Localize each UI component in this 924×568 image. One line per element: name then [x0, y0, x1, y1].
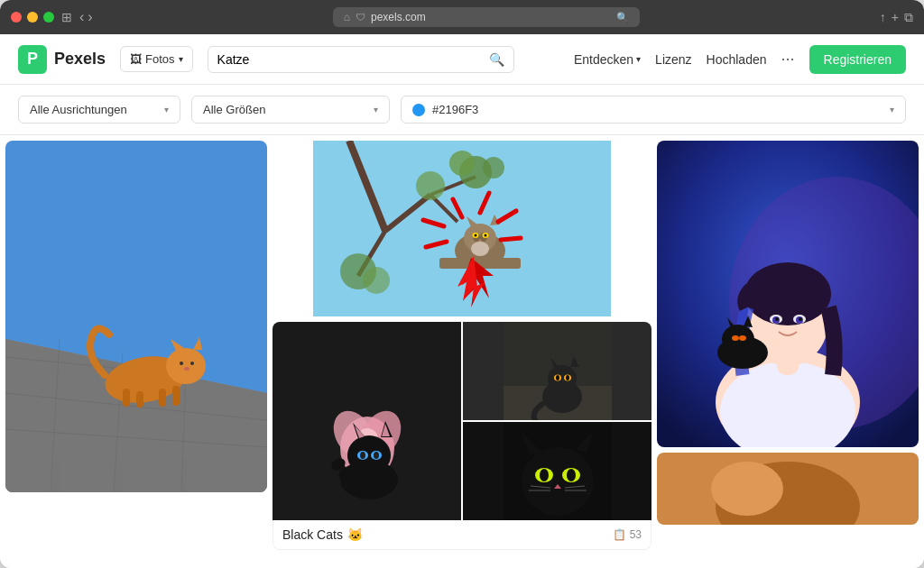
black-cats-collection[interactable]: Black Cats 🐱 📋 53	[273, 322, 651, 550]
svg-point-41	[475, 234, 477, 237]
column-1	[5, 141, 267, 563]
address-text: pexels.com	[371, 11, 611, 23]
svg-point-115	[711, 462, 783, 516]
minimize-button[interactable]	[27, 12, 38, 23]
svg-point-29	[416, 171, 445, 200]
svg-point-42	[485, 234, 487, 237]
size-label: Alle Größen	[203, 103, 265, 116]
nav-arrows: ⊞	[61, 10, 72, 24]
color-swatch	[412, 104, 425, 116]
svg-point-74	[548, 365, 577, 392]
browser-window: ⊞ ‹ › ⌂ 🛡 pexels.com 🔍 ↑ + ⧉ P Pexels 🖼	[0, 0, 924, 568]
nav-upload[interactable]: Hochladen	[707, 52, 767, 67]
svg-point-31	[363, 267, 390, 294]
navbar: P Pexels 🖼 Fotos ▾ 🔍 Entdecken ▾ Lizenz …	[0, 34, 924, 85]
collection-cell-main	[273, 322, 461, 520]
window-icon: ⊞	[61, 10, 72, 24]
svg-point-15	[184, 367, 189, 371]
collection-name: Black Cats	[282, 527, 343, 542]
photos-chevron: ▾	[179, 54, 183, 64]
photos-dropdown[interactable]: 🖼 Fotos ▾	[120, 46, 193, 72]
nav-right: Entdecken ▾ Lizenz Hochladen ··· Registr…	[574, 45, 906, 74]
nav-discover[interactable]: Entdecken ▾	[574, 52, 641, 67]
photo-blue-woman[interactable]	[657, 141, 919, 447]
orientation-label: Alle Ausrichtungen	[30, 103, 127, 116]
svg-point-44	[471, 242, 489, 256]
svg-point-87	[540, 469, 549, 481]
tabs-icon[interactable]: ⧉	[904, 10, 913, 25]
svg-point-80	[566, 375, 569, 380]
titlebar: ⊞ ‹ › ⌂ 🛡 pexels.com 🔍 ↑ + ⧉	[0, 0, 924, 34]
filters-bar: Alle Ausrichtungen ▾ Alle Größen ▾ #2196…	[0, 85, 924, 135]
logo-icon: P	[18, 45, 47, 74]
share-icon[interactable]: ↑	[880, 10, 886, 25]
forward-button[interactable]: ›	[88, 9, 92, 25]
photo-bottom-right[interactable]	[657, 453, 919, 525]
search-input[interactable]	[217, 52, 489, 67]
column-3	[657, 141, 919, 563]
svg-point-106	[799, 317, 802, 321]
photo-grid: Black Cats 🐱 📋 53	[0, 135, 924, 568]
shield-icon: 🛡	[356, 12, 365, 23]
traffic-lights	[11, 12, 54, 23]
logo-text: Pexels	[54, 50, 106, 69]
svg-point-14	[190, 362, 194, 365]
svg-point-27	[449, 151, 475, 176]
color-label: #2196F3	[432, 103, 478, 116]
svg-rect-17	[136, 391, 143, 408]
discover-chevron: ▾	[636, 54, 641, 64]
svg-rect-18	[159, 389, 166, 407]
orientation-chevron: ▾	[164, 105, 169, 115]
svg-point-105	[775, 317, 779, 321]
close-button[interactable]	[11, 12, 22, 23]
svg-rect-16	[123, 389, 130, 407]
register-button[interactable]: Registrieren	[809, 45, 906, 74]
photos-icon: 🖼	[130, 52, 142, 66]
svg-point-88	[567, 469, 576, 481]
photos-label: Fotos	[145, 52, 175, 66]
logo[interactable]: P Pexels	[18, 45, 106, 74]
svg-point-82	[522, 447, 594, 516]
svg-point-100	[744, 262, 831, 325]
collection-cell-bottom-right	[463, 422, 651, 520]
logo-letter: P	[27, 50, 38, 69]
address-bar[interactable]: ⌂ 🛡 pexels.com 🔍	[333, 7, 640, 27]
collection-cell-top-right	[463, 322, 651, 420]
zoom-icon: 🔍	[616, 12, 629, 23]
collection-grid	[273, 322, 651, 520]
plus-icon[interactable]: +	[892, 10, 899, 25]
svg-point-111	[732, 335, 739, 341]
svg-point-28	[483, 157, 504, 179]
titlebar-actions: ↑ + ⧉	[880, 10, 913, 25]
column-2: Black Cats 🐱 📋 53	[273, 141, 651, 563]
svg-point-79	[556, 375, 559, 380]
nav-more[interactable]: ···	[781, 50, 795, 69]
orientation-filter[interactable]: Alle Ausrichtungen ▾	[18, 96, 180, 124]
nav-license[interactable]: Lizenz	[655, 52, 691, 67]
main-content: Black Cats 🐱 📋 53	[0, 135, 924, 568]
color-filter[interactable]: #2196F3 ▾	[401, 96, 906, 124]
search-icon[interactable]: 🔍	[489, 52, 504, 67]
size-filter[interactable]: Alle Größen ▾	[191, 96, 390, 124]
photo-orange-cat[interactable]	[5, 141, 267, 492]
svg-point-112	[739, 335, 746, 341]
svg-point-67	[360, 452, 365, 459]
home-icon: ⌂	[344, 11, 350, 23]
photo-tree-cat[interactable]	[273, 141, 651, 316]
svg-point-13	[180, 362, 183, 365]
collection-cat-icon: 🐱	[347, 527, 363, 542]
svg-point-10	[166, 348, 206, 384]
collection-title: Black Cats 🐱	[282, 527, 363, 542]
collection-count-icon: 📋	[613, 528, 626, 541]
collection-count-value: 53	[630, 528, 642, 541]
search-bar[interactable]: 🔍	[208, 46, 514, 73]
collection-count: 📋 53	[613, 528, 642, 541]
size-chevron: ▾	[374, 105, 378, 115]
maximize-button[interactable]	[43, 12, 54, 23]
back-button[interactable]: ‹	[79, 9, 84, 25]
collection-footer: Black Cats 🐱 📋 53	[273, 520, 651, 550]
color-chevron: ▾	[890, 105, 894, 115]
svg-point-68	[374, 452, 379, 459]
svg-rect-19	[172, 386, 180, 406]
